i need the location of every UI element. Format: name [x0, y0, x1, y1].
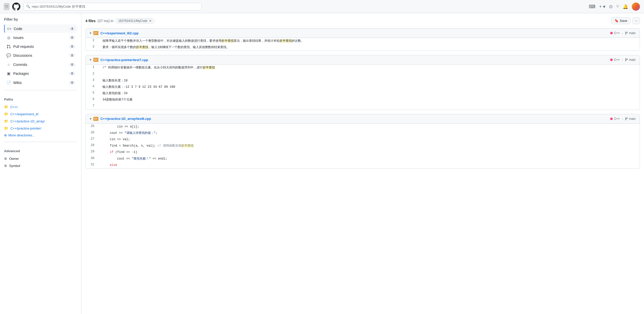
- advanced-section-title: Advanced: [0, 145, 81, 155]
- pullrequest-icon: [6, 45, 11, 49]
- file-path-3[interactable]: C++/practice-1D_array/test6.cpp: [100, 117, 151, 121]
- filter-item-code[interactable]: <> Code 4: [4, 24, 77, 33]
- create-button[interactable]: + ▾: [599, 4, 605, 9]
- file-header-right-1: C++ · main: [610, 31, 636, 35]
- code-line: 31 else: [86, 162, 640, 168]
- file-header-right-2: C++ · main: [610, 58, 636, 62]
- file-card-1d-array-test6: ▾ C+ C++/practice-1D_array/test6.cpp C++…: [85, 114, 640, 169]
- filter-count-commits: 0: [69, 63, 75, 66]
- line-number: 27: [86, 137, 98, 141]
- line-number: 1: [86, 65, 98, 69]
- filter-item-issues[interactable]: ◎ Issues 0: [4, 33, 77, 42]
- line-number: 7: [86, 104, 98, 108]
- filter-label-code: Code: [14, 27, 67, 31]
- issues-icon: ◎: [6, 35, 11, 40]
- search-icon: 🔍: [26, 5, 30, 8]
- more-directories-button[interactable]: ⊕ More directories...: [0, 132, 81, 139]
- more-options-button[interactable]: ···: [633, 17, 640, 24]
- path-item-cpp[interactable]: 📁 C++/: [0, 103, 81, 110]
- filter-label-issues: Issues: [13, 36, 67, 40]
- path-item-experiment8[interactable]: 📁 C++/experiment_8/: [0, 110, 81, 118]
- adv-item-owner[interactable]: ⊕ Owner: [0, 155, 81, 162]
- search-bar[interactable]: 🔍 repo:1837634311/MyCode 折半查找: [23, 3, 201, 10]
- results-time: (37 ms) in: [98, 19, 113, 23]
- line-content: 输入查找的值：34: [98, 91, 640, 96]
- code-line: 2 按降序输入若干个整数并存入一个整型数组中，对从键盘输入的数据进行查找，要求使…: [86, 38, 640, 44]
- notifications-button[interactable]: 🔔: [623, 4, 628, 9]
- path-item-1d-array[interactable]: 📁 C++/practice-1D_array/: [0, 118, 81, 125]
- folder-icon-cpp: 📁: [4, 105, 8, 109]
- search-repo-text: repo:1837634311/MyCode 折半查找: [32, 4, 85, 9]
- file-type-icon-2: C+: [93, 58, 98, 62]
- filter-item-wikis[interactable]: 📄 Wikis 0: [4, 78, 77, 87]
- file-header-left-2: ▾ C+ C++/practice-pointer/test7.cpp: [90, 58, 148, 62]
- folder-icon-1d-array: 📁: [4, 119, 8, 123]
- issues-button[interactable]: ⊙: [609, 4, 613, 9]
- filter-count-discussions: 0: [69, 54, 75, 57]
- line-number: 28: [86, 143, 98, 147]
- line-number: 4: [86, 84, 98, 88]
- bookmark-icon: 🔖: [614, 19, 619, 23]
- file-type-icon-1: C+: [93, 31, 98, 35]
- results-info: 4 files (37 ms) in 1837634311/MyCode ✕: [85, 18, 154, 23]
- code-line: 1 /* 利用指针变量操作一维数组元素。在从小到大排列的数据序列中，进行折半查找: [86, 65, 640, 71]
- top-navigation: ☰ 🔍 repo:1837634311/MyCode 折半查找 ⌨ + ▾ ⊙ …: [0, 0, 644, 13]
- packages-icon: ▣: [6, 71, 11, 76]
- filter-item-packages[interactable]: ▣ Packages 0: [4, 69, 77, 78]
- line-number: 25: [86, 124, 98, 128]
- more-dirs-label: More directories...: [8, 133, 35, 137]
- repo-badge[interactable]: 1837634311/MyCode ✕: [115, 18, 154, 23]
- code-block-1: 2 按降序输入若干个整数并存入一个整型数组中，对从键盘输入的数据进行查找，要求使…: [86, 38, 640, 51]
- search-results-content: 4 files (37 ms) in 1837634311/MyCode ✕ 🔖…: [81, 13, 644, 314]
- line-content: cout << "请输入待查找的值：";: [98, 130, 640, 136]
- path-item-practice-pointer[interactable]: 📁 C++/practice-pointer/: [0, 125, 81, 132]
- sidebar-divider-2: [4, 142, 77, 142]
- plus-icon-symbol: ⊕: [4, 164, 7, 168]
- repo-badge-close-icon[interactable]: ✕: [149, 19, 152, 23]
- code-line: 5 输入查找的值：34: [86, 90, 640, 97]
- collapse-button-2[interactable]: ▾: [90, 58, 91, 62]
- line-content: [98, 104, 640, 109]
- collapse-button-3[interactable]: ▾: [90, 117, 91, 121]
- line-content: cin >> val;: [98, 137, 640, 142]
- code-line: 7: [86, 103, 640, 110]
- filter-item-pullrequests[interactable]: Pull requests 0: [4, 42, 77, 51]
- sidebar-divider-1: [4, 90, 77, 90]
- file-header-left-3: ▾ C+ C++/practice-1D_array/test6.cpp: [90, 117, 151, 121]
- code-block-2: 1 /* 利用指针变量操作一维数组元素。在从小到大排列的数据序列中，进行折半查找…: [86, 65, 640, 109]
- filter-by-title: Filter by: [0, 17, 81, 24]
- line-number: 31: [86, 162, 98, 166]
- user-avatar[interactable]: [632, 3, 640, 11]
- file-path-1[interactable]: C++/experiment_8/2.cpp: [100, 31, 139, 35]
- file-card-header-2: ▾ C+ C++/practice-pointer/test7.cpp C++ …: [86, 55, 640, 65]
- lang-badge-2: C++: [610, 58, 620, 62]
- pullrequests-button[interactable]: ⑂: [616, 4, 619, 9]
- path-label-1d-array: C++/practice-1D_array/: [10, 119, 45, 123]
- file-card-practice-pointer-test7: ▾ C+ C++/practice-pointer/test7.cpp C++ …: [85, 55, 640, 110]
- filter-count-wikis: 0: [69, 81, 75, 84]
- lang-badge-1: C++: [610, 31, 620, 35]
- hamburger-menu-button[interactable]: ☰: [4, 3, 9, 10]
- folder-icon-practice-pointer: 📁: [4, 126, 8, 130]
- filter-count-code: 4: [69, 27, 75, 31]
- file-path-2[interactable]: C++/practice-pointer/test7.cpp: [100, 58, 148, 62]
- branch-badge-1: main: [625, 31, 636, 35]
- code-line: 28 find = Search(a, n, val); // 调用函数实现折半…: [86, 143, 640, 149]
- save-button[interactable]: 🔖 Save: [611, 17, 631, 24]
- line-number: 3: [86, 78, 98, 82]
- filter-item-commits[interactable]: ○ Commits 0: [4, 60, 77, 69]
- code-block-3: 25 cin >> a[i]; 26 cout << "请输入待查找的值："; …: [86, 124, 640, 168]
- adv-item-symbol[interactable]: ⊕ Symbol: [0, 162, 81, 169]
- filter-label-discussions: Discussions: [13, 53, 67, 58]
- filter-item-discussions[interactable]: 💬 Discussions 0: [4, 51, 77, 60]
- code-line: 25 cin >> a[i];: [86, 124, 640, 130]
- folder-icon-experiment8: 📁: [4, 112, 8, 116]
- collapse-button-1[interactable]: ▾: [90, 31, 91, 35]
- lang-dot-1: [610, 32, 613, 34]
- line-content: else: [98, 162, 640, 168]
- branch-badge-2: main: [625, 58, 636, 62]
- terminal-button[interactable]: ⌨: [589, 4, 595, 9]
- path-label-cpp: C++/: [10, 105, 18, 109]
- github-logo[interactable]: [12, 3, 20, 11]
- filter-label-packages: Packages: [13, 72, 67, 76]
